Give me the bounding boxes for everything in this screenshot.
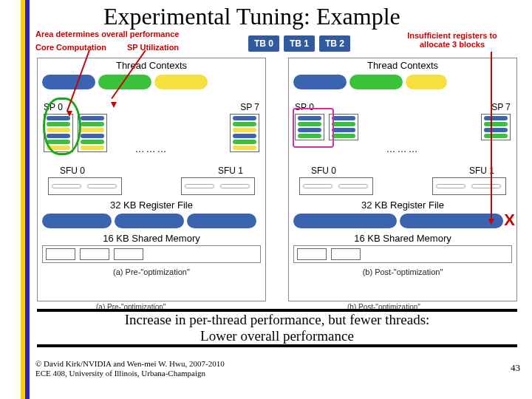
sp7-label: SP 7 [240,102,259,112]
panel-pre-optimization: Thread Contexts SP 0 SP 7 ……… SFU 0 SFU … [37,58,266,301]
sfu-box-0-a [48,177,122,195]
tb-badge-2: TB 2 [319,35,350,52]
slide-title: Experimental Tuning: Example [103,3,400,30]
tc-bar-yellow-b [406,75,447,89]
sh-box-0-a [46,248,75,260]
register-file-row-a [42,212,261,230]
tb-badge-row: TB 0 TB 1 TB 2 [248,35,350,52]
arrowhead-insufficient-registers [488,219,494,225]
sfu-box-0-b [299,177,373,195]
green-highlight-ring-a [43,98,81,155]
register-file-label-b: 32 KB Register File [289,200,516,211]
register-file-label-a: 32 KB Register File [38,200,265,211]
sfu-area-a [42,177,261,200]
sp7-label-b: SP 7 [491,102,511,112]
tc-bar-blue [42,75,95,89]
message-line-2: Lower overall performance [200,328,354,344]
register-file-row-b: X [293,212,512,230]
panel-post-optimization: Thread Contexts SP 0 SP 7 ……… SFU 0 SFU … [288,58,517,301]
copyright-text: © David Kirk/NVIDIA and Wen-mei W. Hwu, … [35,359,225,378]
insufficient-registers-note: Insufficient registers to allocate 3 blo… [393,31,511,49]
thread-contexts-label-b: Thread Contexts [289,60,516,71]
shared-memory-row-a [42,245,261,263]
sfu1-label: SFU 1 [218,166,243,176]
message-band: Increase in per-thread performance, but … [37,309,517,347]
reg-bar-2-a [187,214,256,228]
caption-b: (b) Post-"optimization" [289,267,516,276]
message-line-1: Increase in per-thread performance, but … [125,312,430,328]
reg-bar-0-b [293,214,397,228]
sp-box-7-b [481,114,511,140]
thread-contexts-row-b [293,72,512,92]
legend-core-computation: Core Computation [35,43,106,52]
sfu0-label-b: SFU 0 [311,166,336,176]
sh-box-1-b [331,248,361,260]
magenta-highlight-ring-b [293,108,334,148]
tc-bar-green-b [349,75,403,89]
shared-memory-row-b [293,245,512,263]
sfu-area-b [293,177,512,200]
sp-box-7-a [230,114,259,152]
tc-bar-blue-b [293,75,347,89]
sfu0-label: SFU 0 [60,166,85,176]
x-mark-icon: X [504,211,515,230]
reg-bar-1-a [115,214,184,228]
page-number: 43 [511,362,520,374]
sfu-box-1-b [432,177,506,195]
tb-badge-1: TB 1 [284,35,315,52]
shared-memory-label-a: 16 KB Shared Memory [38,233,265,244]
tc-bar-yellow [154,75,208,89]
sfu-box-1-a [181,177,255,195]
arrowhead-sp-utilization [111,102,117,108]
caption-a: (a) Pre-"optimization" [38,267,265,276]
sh-box-2-a [114,248,143,260]
arrowhead-core-computation [66,111,72,117]
legend-area-text: Area determines overall performance [35,30,179,38]
copyright-line-2: ECE 408, University of Illinois, Urbana-… [35,369,225,378]
sh-box-0-b [297,248,327,260]
shared-memory-label-b: 16 KB Shared Memory [289,233,516,244]
sh-box-1-a [80,248,109,260]
tb-badge-0: TB 0 [248,35,279,52]
reg-bar-1-b [400,214,503,228]
thread-contexts-label: Thread Contexts [38,60,265,71]
copyright-line-1: © David Kirk/NVIDIA and Wen-mei W. Hwu, … [35,359,225,369]
slide-accent-bar [21,0,30,399]
arrow-insufficient-registers [491,52,492,220]
reg-bar-0-a [42,214,112,228]
legend-sp-utilization: SP Utilization [127,43,179,52]
